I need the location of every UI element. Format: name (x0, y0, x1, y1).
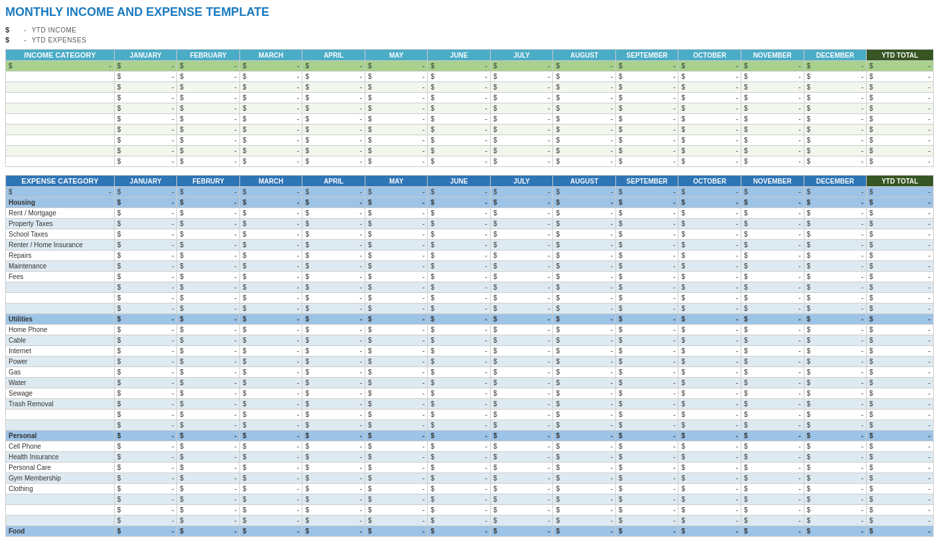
income-table-row: $-$-$-$-$-$-$-$-$-$-$-$-$- (6, 114, 934, 125)
expense-item-row: Property Taxes$-$-$-$-$-$-$-$-$-$-$-$-$- (6, 219, 934, 229)
expense-item-row: Gas$-$-$-$-$-$-$-$-$-$-$-$-$- (6, 367, 934, 378)
expense-category-header: EXPENSE CATEGORY (6, 176, 115, 187)
expense-dec-header: DECEMBER (804, 176, 867, 187)
income-apr-header: APRIL (302, 50, 365, 61)
expense-item-row: School Taxes$-$-$-$-$-$-$-$-$-$-$-$-$- (6, 229, 934, 240)
expense-item-row: $-$-$-$-$-$-$-$-$-$-$-$-$- (6, 516, 934, 526)
expense-item-row: Personal Care$-$-$-$-$-$-$-$-$-$-$-$-$- (6, 463, 934, 473)
expense-item-row: $-$-$-$-$-$-$-$-$-$-$-$-$- (6, 420, 934, 431)
expense-item-row: $-$-$-$-$-$-$-$-$-$-$-$-$- (6, 410, 934, 420)
expense-item-row: Home Phone$-$-$-$-$-$-$-$-$-$-$-$-$- (6, 325, 934, 335)
income-table-row: $-$-$-$-$-$-$-$-$-$-$-$-$- (6, 125, 934, 135)
expense-item-row: $-$-$-$-$-$-$-$-$-$-$-$-$- (6, 494, 934, 505)
expense-item-row: $-$-$-$-$-$-$-$-$-$-$-$-$- (6, 293, 934, 304)
ytd-income-dollar: $ (5, 26, 19, 34)
expense-item-row: Health Insurance$-$-$-$-$-$-$-$-$-$-$-$-… (6, 452, 934, 463)
expense-item-row: Clothing$-$-$-$-$-$-$-$-$-$-$-$-$- (6, 484, 934, 494)
income-mar-header: MARCH (239, 50, 302, 61)
income-jul-header: JULY (490, 50, 553, 61)
expense-section-row: Personal$-$-$-$-$-$-$-$-$-$-$-$-$- (6, 431, 934, 441)
expense-section-row: Food$-$-$-$-$-$-$-$-$-$-$-$-$- (6, 526, 934, 537)
income-table-row: $-$-$-$-$-$-$-$-$-$-$-$-$- (6, 93, 934, 103)
income-table-row: $-$-$-$-$-$-$-$-$-$-$-$-$- (6, 135, 934, 146)
income-table-row: $-$-$-$-$-$-$-$-$-$-$-$-$- (6, 146, 934, 156)
ytd-expenses-label: YTD EXPENSES (32, 36, 87, 44)
income-table-row: $-$-$-$-$-$-$-$-$-$-$-$-$- (6, 82, 934, 93)
expense-item-row: Renter / Home Insurance$-$-$-$-$-$-$-$-$… (6, 240, 934, 251)
expense-sep-header: SEPTEMBER (615, 176, 678, 187)
expense-jul-header: JULY (490, 176, 553, 187)
income-jun-header: JUNE (428, 50, 491, 61)
ytd-expenses-dollar: $ (5, 36, 19, 44)
expense-item-row: Sewage$-$-$-$-$-$-$-$-$-$-$-$-$- (6, 388, 934, 399)
expense-section-row: Housing$-$-$-$-$-$-$-$-$-$-$-$-$- (6, 197, 934, 208)
income-sep-header: SEPTEMBER (615, 50, 678, 61)
income-table-row: $-$-$-$-$-$-$-$-$-$-$-$-$- (6, 72, 934, 82)
expense-item-row: Fees$-$-$-$-$-$-$-$-$-$-$-$-$- (6, 272, 934, 282)
income-category-header: INCOME CATEGORY (6, 50, 115, 61)
expense-jan-header: JANUARY (114, 176, 177, 187)
income-table-wrapper: INCOME CATEGORY JANUARY FEBRUARY MARCH A… (5, 49, 934, 167)
expense-item-row: Power$-$-$-$-$-$-$-$-$-$-$-$-$- (6, 357, 934, 367)
expense-item-row: Cable$-$-$-$-$-$-$-$-$-$-$-$-$- (6, 335, 934, 346)
page-title: MONTHLY INCOME AND EXPENSE TEMPLATE (5, 5, 934, 19)
expense-item-row: Gym Membership$-$-$-$-$-$-$-$-$-$-$-$-$- (6, 473, 934, 484)
expense-mar-header: MARCH (239, 176, 302, 187)
income-oct-header: OCTOBER (678, 50, 741, 61)
income-feb-header: FEBRUARY (177, 50, 240, 61)
expense-item-row: Repairs$-$-$-$-$-$-$-$-$-$-$-$-$- (6, 251, 934, 261)
expense-table: EXPENSE CATEGORY JANUARY FEBRURY MARCH A… (5, 175, 934, 537)
expense-nov-header: NOVEMBER (741, 176, 804, 187)
expense-section-row: Utilities$-$-$-$-$-$-$-$-$-$-$-$-$- (6, 314, 934, 325)
expense-item-row: $-$-$-$-$-$-$-$-$-$-$-$-$- (6, 505, 934, 516)
expense-item-row: Maintenance$-$-$-$-$-$-$-$-$-$-$-$-$- (6, 261, 934, 272)
expense-item-row: $-$-$-$-$-$-$-$-$-$-$-$-$- (6, 282, 934, 293)
expense-item-row: $-$-$-$-$-$-$-$-$-$-$-$-$- (6, 304, 934, 314)
income-may-header: MAY (365, 50, 428, 61)
income-jan-header: JANUARY (114, 50, 177, 61)
ytd-income-label: YTD INCOME (32, 27, 77, 34)
income-nov-header: NOVEMBER (741, 50, 804, 61)
expense-item-row: Water$-$-$-$-$-$-$-$-$-$-$-$-$- (6, 378, 934, 388)
expense-item-row: Internet$-$-$-$-$-$-$-$-$-$-$-$-$- (6, 346, 934, 357)
expense-aug-header: AUGUST (553, 176, 616, 187)
income-aug-header: AUGUST (553, 50, 616, 61)
expense-oct-header: OctobeR (678, 176, 741, 187)
income-table-row: $-$-$-$-$-$-$-$-$-$-$-$-$- (6, 103, 934, 114)
income-table: INCOME CATEGORY JANUARY FEBRUARY MARCH A… (5, 49, 934, 167)
income-ytd-header: YTD TOTAL (867, 50, 934, 61)
expense-may-header: MAY (365, 176, 428, 187)
income-dec-header: DECEMBER (804, 50, 867, 61)
income-table-row: $-$-$-$-$-$-$-$-$-$-$-$-$- (6, 156, 934, 167)
expense-jun-header: JUNE (428, 176, 491, 187)
ytd-summary: $ - YTD INCOME $ - YTD EXPENSES (5, 26, 934, 44)
expense-item-row: Rent / Mortgage$-$-$-$-$-$-$-$-$-$-$-$-$… (6, 208, 934, 219)
expense-feb-header: FEBRURY (177, 176, 240, 187)
expense-table-wrapper: EXPENSE CATEGORY JANUARY FEBRURY MARCH A… (5, 175, 934, 537)
expense-item-row: Cell Phone$-$-$-$-$-$-$-$-$-$-$-$-$- (6, 441, 934, 452)
expense-apr-header: APRIL (302, 176, 365, 187)
expense-item-row: Trash Removal$-$-$-$-$-$-$-$-$-$-$-$-$- (6, 399, 934, 410)
expense-ytd-header: YTD TOTAL (867, 176, 934, 187)
